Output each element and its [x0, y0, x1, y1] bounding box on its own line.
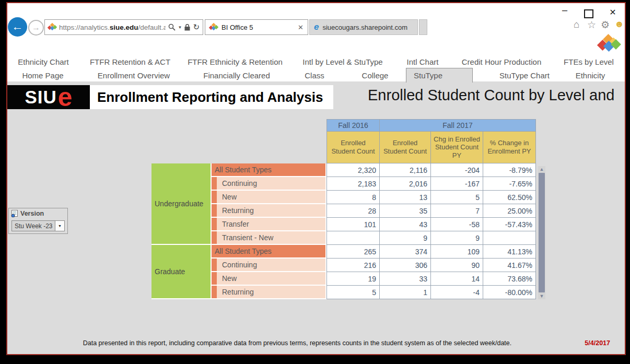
value-cell-undergraduate-continuing-col3: -167: [431, 177, 483, 191]
value-cell-undergraduate-transient-new-col1: [326, 231, 380, 245]
version-label: Version: [20, 210, 44, 217]
value-cell-graduate-continuing-col2: 306: [380, 259, 431, 272]
stutype-cell-undergraduate-transient-new: Transient - New: [212, 231, 326, 245]
siue-logo: SIUe: [7, 85, 90, 109]
stutype-cell-undergraduate-continuing: Continuing: [212, 177, 326, 191]
value-cell-graduate-all-student-types-col1: 265: [326, 245, 380, 259]
maximize-button[interactable]: [584, 9, 593, 18]
tab-sharepoint[interactable]: e siuecougars.sharepoint.com: [309, 19, 418, 35]
value-cell-graduate-new-col2: 33: [380, 272, 431, 286]
chevron-down-icon[interactable]: ▼: [178, 25, 182, 30]
nav-row-1: Ethnicity ChartFTFR Retention & ACTFTFR …: [7, 57, 625, 68]
nav-item-intl-chart[interactable]: Intl Chart: [407, 57, 439, 66]
nav-item-home-page[interactable]: Home Page: [22, 71, 63, 80]
version-panel: Version Stu Week -23 ▼: [8, 208, 68, 234]
value-cell-undergraduate-continuing-col4: -7.65%: [483, 177, 536, 191]
value-cell-undergraduate-continuing-col1: 2,183: [326, 177, 380, 191]
scroll-down-icon[interactable]: ▼: [538, 293, 545, 299]
version-dropdown-value: Stu Week -23: [12, 222, 55, 230]
value-cell-undergraduate-returning-col1: 28: [326, 204, 380, 218]
nav-row-2: Home PageEnrollment OverviewFinancially …: [7, 71, 625, 81]
siue-logo-e: e: [58, 87, 73, 108]
new-tab-button[interactable]: [419, 19, 427, 35]
nav-item-ftfr-ethnicity-retention[interactable]: FTFR Ethnicity & Retention: [188, 57, 283, 66]
tab-bi-office-5[interactable]: BI Office 5 ✕: [205, 19, 308, 35]
value-cell-graduate-continuing-col1: 216: [326, 259, 380, 272]
minimize-button[interactable]: –: [559, 5, 570, 16]
value-cell-undergraduate-new-col2: 13: [380, 191, 431, 204]
siue-logo-siu: SIU: [25, 87, 56, 108]
stutype-cell-graduate-all-student-types: All Student Types: [212, 245, 326, 259]
value-cell-undergraduate-new-col4: 62.50%: [483, 191, 536, 204]
search-icon[interactable]: [168, 24, 176, 31]
nav-item-ftfr-retention-act[interactable]: FTFR Retention & ACT: [90, 57, 170, 66]
table-corner-spacer: [151, 132, 326, 163]
stutype-cell-graduate-new: New: [212, 272, 326, 286]
version-dropdown[interactable]: Stu Week -23 ▼: [11, 220, 65, 231]
back-button[interactable]: ←: [8, 17, 27, 37]
ie-icon: e: [314, 22, 319, 32]
stutype-cell-undergraduate-all-student-types: All Student Types: [212, 163, 326, 177]
stutype-cell-graduate-returning: Returning: [212, 286, 326, 299]
value-cell-undergraduate-transient-new-col3: 9: [431, 231, 483, 245]
value-cell-undergraduate-transfer-col4: -57.43%: [483, 218, 536, 231]
home-icon[interactable]: ⌂: [574, 19, 579, 30]
close-tab-icon[interactable]: ✕: [298, 24, 304, 31]
nav-item-class[interactable]: Class: [305, 71, 324, 80]
tab-stutype-selected[interactable]: StuType: [406, 68, 473, 83]
value-cell-undergraduate-new-col3: 5: [431, 191, 483, 204]
nav-item-enrollment-overview[interactable]: Enrollment Overview: [98, 71, 170, 80]
value-cell-graduate-all-student-types-col3: 109: [431, 245, 483, 259]
value-cell-undergraduate-all-student-types-col2: 2,116: [380, 163, 431, 177]
favorites-star-icon[interactable]: ☆: [587, 19, 596, 31]
version-dropdown-arrow[interactable]: ▼: [55, 221, 64, 231]
value-cell-undergraduate-returning-col2: 35: [380, 204, 431, 218]
col-group-fall-2017: Fall 2017: [380, 119, 536, 132]
pyramid-favicon: [209, 24, 218, 31]
close-button[interactable]: ✕: [607, 7, 619, 17]
settings-gear-icon[interactable]: ⚙: [601, 19, 610, 31]
level-cell-graduate: Graduate: [151, 245, 212, 299]
scrollbar-thumb[interactable]: [539, 173, 545, 292]
value-cell-graduate-returning-col2: 1: [380, 286, 431, 299]
enrollment-table: Fall 2016Fall 2017Enrolled Student Count…: [151, 119, 536, 299]
value-cell-undergraduate-all-student-types-col4: -8.79%: [483, 163, 536, 177]
value-cell-graduate-new-col4: 73.68%: [483, 272, 536, 286]
browser-window: ← → https://analytics.siue.edu/default.a…: [6, 2, 626, 355]
vertical-scrollbar[interactable]: ▲ ▼: [538, 166, 545, 299]
value-cell-graduate-continuing-col3: 90: [431, 259, 483, 272]
nav-item-intl-by-level-stutype[interactable]: Intl by Level & StuType: [302, 57, 382, 66]
value-cell-graduate-returning-col3: -4: [431, 286, 483, 299]
col-header-1-enrolled-student-count: Enrolled Student Count: [326, 132, 380, 163]
scroll-up-icon[interactable]: ▲: [538, 166, 545, 172]
col-header-3-chg-in-enrolled-student-count-py: Chg in Enrolled Student Count PY: [431, 132, 483, 163]
smiley-feedback-icon[interactable]: ☻: [614, 19, 624, 30]
report-title: Enrolled Student Count by Level and: [368, 87, 625, 109]
value-cell-undergraduate-returning-col3: 7: [431, 204, 483, 218]
value-cell-graduate-continuing-col4: 41.67%: [483, 259, 536, 272]
col-header-2-enrolled-student-count: Enrolled Student Count: [380, 132, 431, 163]
nav-item-college[interactable]: College: [362, 71, 389, 80]
value-cell-graduate-new-col1: 19: [326, 272, 380, 286]
nav-item-ethnicity-chart[interactable]: Ethnicity Chart: [18, 57, 69, 66]
nav-item-stutype-chart[interactable]: StuType Chart: [499, 71, 550, 80]
col-header-4-change-in-enrollment-py: % Change in Enrollment PY: [483, 132, 536, 163]
value-cell-graduate-returning-col4: -80.00%: [483, 286, 536, 299]
address-bar[interactable]: https://analytics.siue.edu/default.aspx …: [44, 19, 203, 35]
value-cell-undergraduate-transfer-col2: 43: [380, 218, 431, 231]
nav-item-ftes-by-level[interactable]: FTEs by Level: [564, 57, 614, 66]
pyramid-favicon: [48, 24, 56, 31]
browser-chrome: ← → https://analytics.siue.edu/default.a…: [7, 3, 625, 41]
value-cell-undergraduate-all-student-types-col1: 2,320: [326, 163, 380, 177]
forward-button[interactable]: →: [28, 20, 44, 36]
value-cell-undergraduate-returning-col4: 25.00%: [483, 204, 536, 218]
value-cell-undergraduate-transfer-col3: -58: [431, 218, 483, 231]
stutype-cell-graduate-continuing: Continuing: [212, 259, 326, 272]
refresh-icon[interactable]: ↻: [193, 22, 200, 32]
stutype-cell-undergraduate-new: New: [212, 191, 326, 204]
banner-title-strip: Enrollment Reporting and Analysis: [90, 85, 333, 109]
value-cell-graduate-all-student-types-col2: 374: [380, 245, 431, 259]
nav-item-credit-hour-production[interactable]: Credit Hour Production: [462, 57, 542, 66]
nav-item-ethnicity[interactable]: Ethnicity: [576, 71, 605, 80]
nav-item-financially-cleared[interactable]: Financially Cleared: [203, 71, 270, 80]
